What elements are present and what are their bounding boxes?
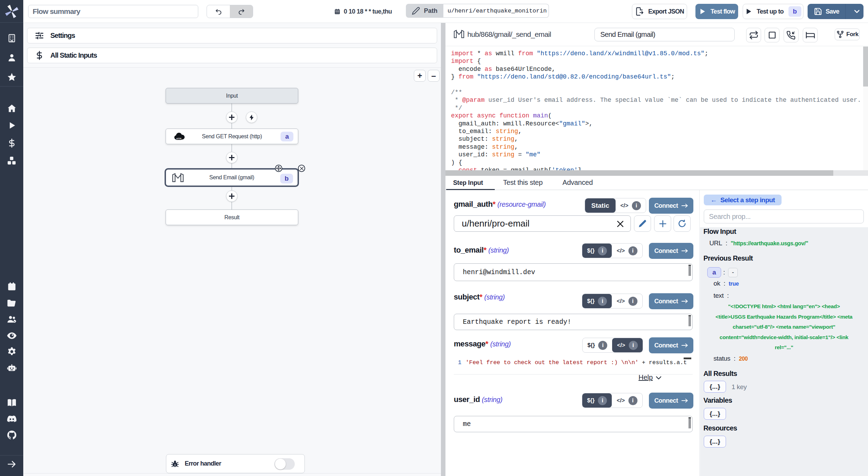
svg-text:HTTP: HTTP	[176, 138, 182, 140]
